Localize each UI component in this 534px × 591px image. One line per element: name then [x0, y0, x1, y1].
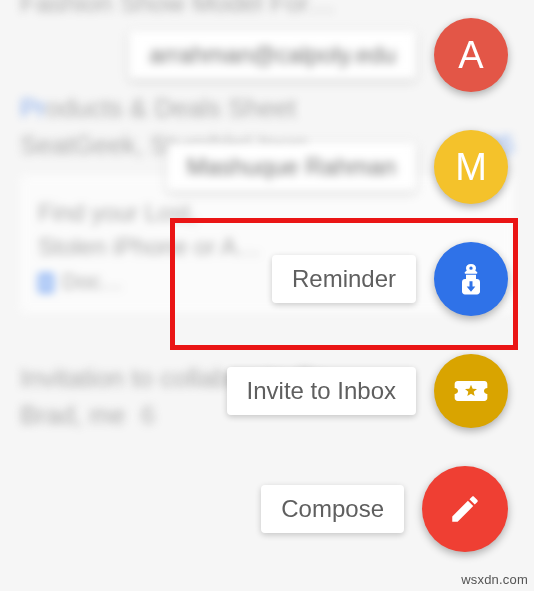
compose-label[interactable]: Compose	[261, 485, 404, 533]
contact-suggestion-2[interactable]: Mashuque Rahman M	[167, 130, 508, 204]
doc-icon	[38, 273, 54, 293]
pencil-icon	[448, 492, 482, 526]
avatar[interactable]: M	[434, 130, 508, 204]
reminder-label[interactable]: Reminder	[272, 255, 416, 303]
compose-action[interactable]: Compose	[261, 466, 508, 552]
watermark: wsxdn.com	[461, 572, 528, 587]
reminder-action[interactable]: Reminder	[272, 242, 508, 316]
avatar[interactable]: A	[434, 18, 508, 92]
contact-suggestion-1[interactable]: arrahman@calpoly.edu A	[129, 18, 508, 92]
invite-label[interactable]: Invite to Inbox	[227, 367, 416, 415]
compose-fab[interactable]	[422, 466, 508, 552]
contact-chip[interactable]: Mashuque Rahman	[167, 143, 416, 191]
reminder-fab[interactable]	[434, 242, 508, 316]
bg-subject: Fashion Show Model For…	[20, 0, 514, 19]
fab-menu: arrahman@calpoly.edu A Mashuque Rahman M…	[129, 18, 508, 552]
invite-action[interactable]: Invite to Inbox	[227, 354, 508, 428]
ticket-icon	[451, 371, 491, 411]
invite-fab[interactable]	[434, 354, 508, 428]
contact-chip[interactable]: arrahman@calpoly.edu	[129, 31, 416, 79]
reminder-icon	[451, 259, 491, 299]
